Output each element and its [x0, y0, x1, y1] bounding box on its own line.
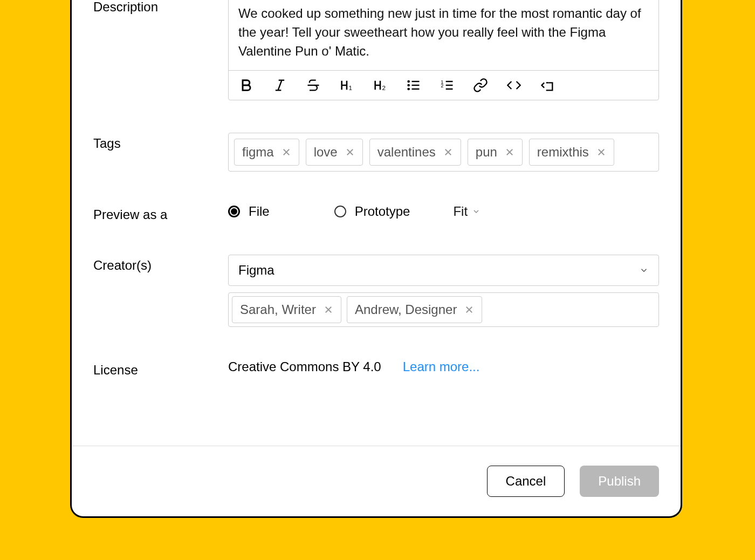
- tag-chip: figma: [234, 139, 299, 166]
- remove-tag-icon[interactable]: [282, 147, 291, 157]
- remove-tag-icon[interactable]: [505, 147, 514, 157]
- svg-point-11: [408, 88, 409, 90]
- license-name: Creative Commons BY 4.0: [228, 359, 381, 374]
- radio-file[interactable]: File: [228, 204, 270, 219]
- code-block-icon[interactable]: [537, 75, 558, 95]
- label-license: License: [93, 359, 217, 378]
- publish-modal: Description We cooked up something new j…: [70, 0, 682, 518]
- chevron-down-icon: [639, 265, 649, 275]
- remove-creator-icon[interactable]: [324, 305, 333, 315]
- editor-toolbar: 1 2 12: [229, 70, 658, 100]
- remove-creator-icon[interactable]: [464, 305, 474, 315]
- tag-chip: valentines: [369, 139, 461, 166]
- fit-label: Fit: [453, 204, 468, 219]
- remove-tag-icon[interactable]: [345, 147, 355, 157]
- creator-chip: Andrew, Designer: [347, 296, 482, 323]
- license-control: Creative Commons BY 4.0 Learn more...: [228, 359, 659, 374]
- cancel-button[interactable]: Cancel: [487, 466, 565, 497]
- radio-file-label: File: [249, 204, 270, 219]
- radio-file-circle: [228, 206, 240, 217]
- tag-label: pun: [476, 145, 497, 160]
- modal-body: Description We cooked up something new j…: [72, 0, 681, 446]
- tag-chip: pun: [468, 139, 523, 166]
- svg-text:1: 1: [349, 85, 352, 92]
- radio-prototype[interactable]: Prototype: [334, 204, 410, 219]
- tags-box[interactable]: figmalovevalentinespunremixthis: [228, 133, 659, 172]
- creator-chips[interactable]: Sarah, WriterAndrew, Designer: [228, 292, 659, 327]
- remove-tag-icon[interactable]: [596, 147, 606, 157]
- description-text[interactable]: We cooked up something new just in time …: [229, 0, 658, 70]
- svg-text:2: 2: [382, 85, 386, 92]
- row-license: License Creative Commons BY 4.0 Learn mo…: [93, 359, 659, 378]
- creator-chip: Sarah, Writer: [232, 296, 341, 323]
- svg-line-2: [278, 80, 282, 91]
- creator-select-value: Figma: [238, 263, 274, 278]
- bold-icon[interactable]: [236, 75, 257, 95]
- row-tags: Tags figmalovevalentinespunremixthis: [93, 133, 659, 172]
- numbered-list-icon[interactable]: 12: [437, 75, 457, 95]
- creator-chip-label: Sarah, Writer: [240, 302, 316, 317]
- h1-icon[interactable]: 1: [337, 75, 357, 95]
- tag-label: figma: [242, 145, 274, 160]
- italic-icon[interactable]: [270, 75, 290, 95]
- label-tags: Tags: [93, 133, 217, 151]
- preview-control: File Prototype Fit: [228, 204, 659, 219]
- row-description: Description We cooked up something new j…: [93, 0, 659, 100]
- tags-control: figmalovevalentinespunremixthis: [228, 133, 659, 172]
- radio-prototype-circle: [334, 206, 346, 217]
- chevron-down-icon: [472, 207, 481, 216]
- creator-chip-label: Andrew, Designer: [355, 302, 457, 317]
- strikethrough-icon[interactable]: [303, 75, 324, 95]
- row-creators: Creator(s) Figma Sarah, WriterAndrew, De…: [93, 255, 659, 327]
- tag-label: valentines: [378, 145, 436, 160]
- creator-select[interactable]: Figma: [228, 255, 659, 286]
- code-icon[interactable]: [504, 75, 524, 95]
- tag-chip: love: [306, 139, 363, 166]
- bullet-list-icon[interactable]: [403, 75, 424, 95]
- creators-control: Figma Sarah, WriterAndrew, Designer: [228, 255, 659, 327]
- link-icon[interactable]: [470, 75, 491, 95]
- preview-radios: File Prototype Fit: [228, 204, 659, 219]
- tag-chip: remixthis: [529, 139, 614, 166]
- svg-point-9: [408, 81, 409, 82]
- tag-label: remixthis: [537, 145, 589, 160]
- svg-point-10: [408, 85, 409, 86]
- tag-label: love: [314, 145, 338, 160]
- h2-icon[interactable]: 2: [370, 75, 390, 95]
- row-preview: Preview as a File Prototype Fit: [93, 204, 659, 222]
- description-editor: We cooked up something new just in time …: [228, 0, 659, 100]
- remove-tag-icon[interactable]: [443, 147, 453, 157]
- license-learn-more-link[interactable]: Learn more...: [403, 359, 480, 374]
- label-preview: Preview as a: [93, 204, 217, 222]
- svg-text:2: 2: [441, 83, 443, 88]
- fit-select[interactable]: Fit: [453, 204, 481, 219]
- description-control: We cooked up something new just in time …: [228, 0, 659, 100]
- radio-prototype-label: Prototype: [355, 204, 410, 219]
- publish-button[interactable]: Publish: [580, 466, 659, 497]
- label-description: Description: [93, 0, 217, 15]
- modal-footer: Cancel Publish: [72, 446, 681, 516]
- label-creators: Creator(s): [93, 255, 217, 273]
